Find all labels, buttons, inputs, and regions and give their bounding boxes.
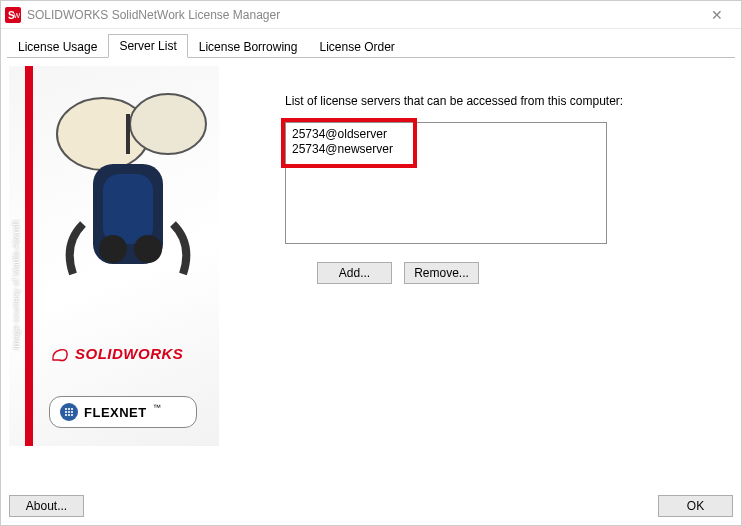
close-icon[interactable]: ✕ (697, 7, 737, 23)
tab-server-list[interactable]: Server List (108, 34, 187, 58)
svg-point-12 (65, 411, 67, 413)
svg-point-17 (71, 414, 73, 416)
svg-point-13 (68, 411, 70, 413)
solidworks-logo: SOLIDWORKS (51, 345, 183, 362)
add-button[interactable]: Add... (317, 262, 392, 284)
flexnet-text: FLEXNET (84, 405, 147, 420)
svg-point-7 (99, 235, 127, 263)
flexnet-logo: FLEXNET™ (49, 396, 197, 428)
svg-point-15 (65, 414, 67, 416)
tab-license-borrowing[interactable]: License Borrowing (188, 35, 309, 58)
tab-license-order[interactable]: License Order (308, 35, 405, 58)
remove-button[interactable]: Remove... (404, 262, 479, 284)
tabpanel-server-list: Image courtesy of Martin Aircraft SOLIDW… (1, 58, 741, 489)
ok-button[interactable]: OK (658, 495, 733, 517)
app-icon: S W (5, 7, 21, 23)
flexnet-tm: ™ (153, 403, 162, 412)
tabbar: License Usage Server List License Borrow… (1, 29, 741, 57)
svg-point-14 (71, 411, 73, 413)
svg-rect-6 (103, 174, 153, 244)
svg-point-8 (134, 235, 162, 263)
solidworks-logo-text: SOLIDWORKS (75, 345, 183, 362)
svg-point-10 (68, 408, 70, 410)
red-strip (25, 66, 33, 446)
svg-text:W: W (14, 12, 21, 19)
flexnet-grid-icon (60, 403, 78, 421)
window-title: SOLIDWORKS SolidNetWork License Manager (27, 8, 697, 22)
tab-license-usage[interactable]: License Usage (7, 35, 108, 58)
svg-point-16 (68, 414, 70, 416)
svg-point-9 (65, 408, 67, 410)
about-button[interactable]: About... (9, 495, 84, 517)
server-listbox[interactable]: 25734@oldserver 25734@newserver (285, 122, 607, 244)
window: S W SOLIDWORKS SolidNetWork License Mana… (0, 0, 742, 526)
image-credit: Image courtesy of Martin Aircraft (11, 220, 21, 350)
button-row: Add... Remove... (285, 262, 709, 284)
svg-point-11 (71, 408, 73, 410)
hero-illustration-icon (33, 74, 219, 334)
content: License Usage Server List License Borrow… (1, 29, 741, 525)
hero-image: Image courtesy of Martin Aircraft SOLIDW… (9, 66, 219, 446)
server-list-item[interactable]: 25734@oldserver (292, 127, 600, 142)
server-list-panel: List of license servers that can be acce… (227, 66, 733, 481)
server-list-caption: List of license servers that can be acce… (285, 94, 709, 108)
titlebar: S W SOLIDWORKS SolidNetWork License Mana… (1, 1, 741, 29)
server-list-item[interactable]: 25734@newserver (292, 142, 600, 157)
svg-point-4 (130, 94, 206, 154)
footer: About... OK (1, 489, 741, 525)
